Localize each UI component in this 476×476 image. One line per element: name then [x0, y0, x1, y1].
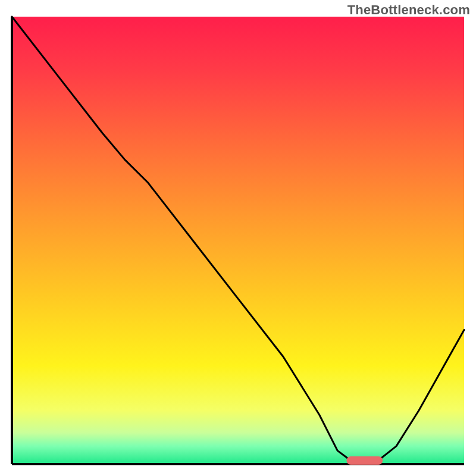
chart-container: TheBottleneck.com	[0, 0, 476, 476]
bottleneck-chart	[0, 0, 476, 476]
optimal-marker	[346, 456, 383, 465]
gradient-background	[12, 17, 464, 464]
